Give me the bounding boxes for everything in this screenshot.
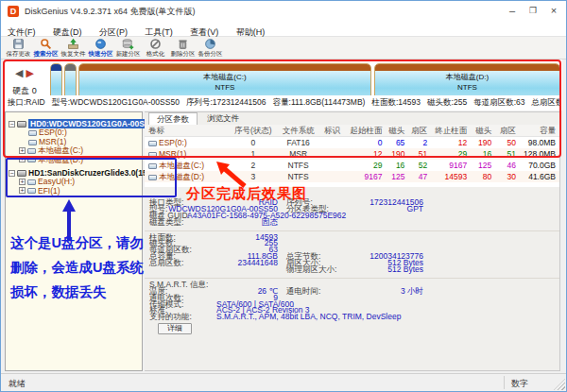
menu-bar: 文件(F) 硬盘(D) 分区(P) 工具(T) 查看(V) 帮助(H): [1, 22, 566, 37]
prev-disk-arrow[interactable]: ◀: [15, 67, 23, 78]
tree-node-efi[interactable]: +EFI(1): [6, 187, 142, 196]
tree-node-easyu[interactable]: +EasyU(H:): [6, 178, 142, 186]
search-partition-button[interactable]: 搜索分区: [32, 38, 60, 60]
tree-node-label: 本地磁盘(D:): [38, 155, 83, 164]
quick-partition-button[interactable]: 快速分区: [87, 38, 114, 60]
partition-icon: [27, 188, 36, 194]
partition-tree-panel: −HD0:WDCWDS120G1G0A-00SS50(112GB) ESP(0:…: [5, 111, 143, 371]
next-disk-arrow[interactable]: ▶: [26, 67, 34, 78]
table-header-row: 卷标序号(状态) 文件系统标识 起始柱面磁头 扇区终止柱面 磁头扇区 容量: [145, 125, 559, 137]
esp-strip: [51, 64, 61, 71]
title-bar: D DiskGenius V4.9.2.371 x64 免费版(单文件版) – …: [1, 1, 566, 22]
partition-icon: [148, 175, 157, 180]
partition-icon: [148, 163, 157, 169]
table-row[interactable]: MSR(1) 1MSR 12 190 51 29 16 51 128.0MB: [145, 148, 559, 160]
disk-info-line: 接口:RAID 型号:WDCWDS120G1G0A-00SS50 序列号:172…: [3, 95, 560, 109]
tree-node-esp[interactable]: ESP(0:): [6, 128, 142, 137]
d-fs: NTFS: [375, 82, 559, 93]
collapse-icon[interactable]: −: [9, 170, 15, 177]
disk-details: 接口类型:RAID序列号:172312441506 型号:WDCWDS120G1…: [145, 199, 559, 332]
diskgenius-window: D DiskGenius V4.9.2.371 x64 免费版(单文件版) – …: [0, 0, 567, 392]
partition-icon: [27, 179, 36, 185]
format-icon: [149, 38, 162, 50]
format-button[interactable]: 格式化: [142, 38, 169, 60]
expand-icon[interactable]: +: [19, 147, 26, 154]
recover-files-button[interactable]: 恢复文件: [60, 38, 87, 60]
tab-browse-files[interactable]: 浏览文件: [199, 112, 247, 125]
delete-partition-button[interactable]: 删除分区: [169, 38, 197, 60]
tree-node-label: EFI(1): [38, 186, 60, 196]
partition-icon: [28, 130, 37, 136]
status-bar: 就绪 数字: [1, 373, 566, 391]
recover-files-icon: [67, 38, 79, 50]
status-num-indicator: 数字: [511, 378, 528, 390]
partition-icon: [27, 157, 36, 162]
new-partition-icon: [122, 38, 134, 50]
backup-partition-icon: [204, 38, 216, 50]
minimize-button[interactable]: –: [502, 1, 523, 20]
save-icon: [12, 38, 25, 50]
disk-icon: [17, 170, 26, 177]
delete-partition-icon: [177, 38, 189, 50]
resize-grip[interactable]: [554, 379, 565, 390]
table-row[interactable]: ESP(0:) 0FAT16 0 65 2 12 190 50 98.0MB: [145, 137, 559, 148]
search-icon: [40, 38, 52, 50]
new-partition-button[interactable]: 新建分区: [114, 38, 142, 60]
d-name: 本地磁盘(D:): [375, 72, 559, 82]
save-changes-button[interactable]: 保存更改: [5, 38, 32, 60]
expand-icon[interactable]: +: [19, 156, 26, 162]
collapse-icon[interactable]: −: [9, 121, 15, 128]
c-name: 本地磁盘(C:): [79, 72, 370, 82]
close-button[interactable]: ×: [543, 1, 564, 20]
tree-node-hd0[interactable]: −HD0:WDCWDS120G1G0A-00SS50(112GB): [6, 120, 142, 128]
tab-partition-params[interactable]: 分区参数: [148, 112, 198, 125]
d-strip: [375, 64, 559, 71]
partition-detail-panel: 分区参数 浏览文件 卷标序号(状态) 文件系统标识 起始柱面磁头 扇区终止柱面 …: [145, 111, 560, 371]
backup-partition-button[interactable]: 备份分区: [197, 38, 224, 60]
partition-icon: [27, 148, 36, 154]
table-row[interactable]: 本地磁盘(D:) 3NTFS 9167 125 47 14593 80 30 4…: [145, 171, 559, 182]
msr-strip: [65, 64, 76, 71]
status-ready: 就绪: [9, 378, 26, 390]
partition-icon: [28, 140, 37, 145]
partition-icon: [148, 152, 157, 158]
smart-detail-button[interactable]: 详细: [158, 323, 192, 334]
partition-table: 卷标序号(状态) 文件系统标识 起始柱面磁头 扇区终止柱面 磁头扇区 容量 ES…: [145, 125, 559, 187]
maximize-button[interactable]: ❐: [523, 1, 543, 20]
c-strip: [79, 64, 370, 71]
expand-icon[interactable]: +: [19, 179, 26, 185]
toolbar: 保存更改 搜索分区 恢复文件 快速分区 新建分区 格式化 删除分区 备份分区: [1, 37, 566, 60]
disk-icon: [17, 121, 26, 128]
expand-icon[interactable]: +: [19, 187, 26, 194]
partition-icon: [148, 141, 157, 146]
c-fs: NTFS: [79, 82, 370, 93]
status-separator: [504, 376, 505, 389]
app-icon: D: [8, 6, 19, 17]
quick-partition-icon: [94, 38, 107, 50]
tree-node-d[interactable]: +本地磁盘(D:): [6, 156, 142, 164]
table-row[interactable]: 本地磁盘(C:) 2NTFS 29 16 52 9167 125 46 70.0…: [145, 160, 559, 171]
window-title: DiskGenius V4.9.2.371 x64 免费版(单文件版): [25, 6, 196, 18]
tab-bar: 分区参数 浏览文件: [145, 112, 559, 125]
